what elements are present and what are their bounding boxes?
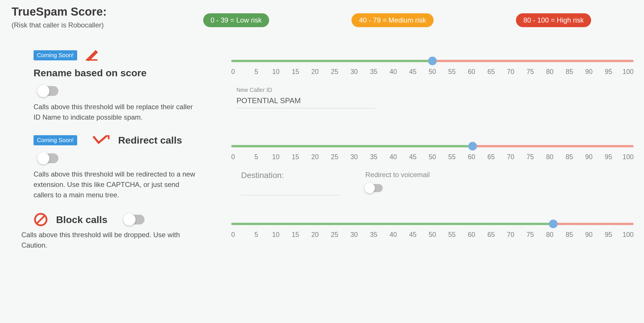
slider-tick: 5 [251, 231, 262, 239]
slider-tick: 40 [388, 153, 399, 161]
slider-tick: 100 [623, 231, 634, 239]
slider-tick: 80 [544, 153, 555, 161]
slider-tick: 0 [231, 153, 242, 161]
rename-title: Rename based on score [34, 67, 225, 79]
slider-tick: 70 [505, 68, 516, 76]
slider-tick: 50 [427, 68, 438, 76]
rename-slider[interactable]: 0510152025303540455055606570758085909510… [231, 60, 634, 76]
redirect-description: Calls above this threshold will be redir… [34, 169, 198, 200]
slider-tick: 25 [329, 68, 340, 76]
slider-tick: 90 [583, 153, 594, 161]
slider-tick: 90 [583, 231, 594, 239]
slider-tick: 90 [583, 68, 594, 76]
redirect-section: Coming Soon! Redirect calls Calls above … [12, 135, 632, 200]
slider-tick: 65 [486, 68, 497, 76]
slider-tick: 85 [564, 68, 575, 76]
slider-tick: 60 [466, 153, 477, 161]
slider-tick: 5 [251, 153, 262, 161]
redirect-coming-soon-badge: Coming Soon! [34, 135, 77, 145]
new-caller-id-label: New Caller ID [236, 87, 634, 93]
slider-tick: 20 [310, 68, 321, 76]
slider-tick: 15 [290, 153, 301, 161]
slider-tick: 10 [270, 153, 281, 161]
slider-tick: 35 [368, 153, 379, 161]
slider-tick: 60 [466, 231, 477, 239]
slider-tick: 70 [505, 153, 516, 161]
slider-tick: 5 [251, 68, 262, 76]
slider-tick: 80 [544, 231, 555, 239]
block-icon [34, 212, 48, 227]
block-description: Calls above this threshold will be dropp… [21, 230, 198, 250]
slider-tick: 55 [447, 231, 458, 239]
redirect-slider[interactable]: 0510152025303540455055606570758085909510… [231, 145, 634, 161]
slider-tick: 15 [290, 231, 301, 239]
slider-tick: 75 [525, 153, 536, 161]
risk-badge-low: 0 - 39 = Low risk [203, 13, 269, 27]
slider-tick: 95 [603, 153, 614, 161]
risk-badge-medium: 40 - 79 = Medium risk [351, 13, 433, 27]
slider-tick: 45 [407, 153, 418, 161]
slider-tick: 75 [525, 231, 536, 239]
slider-tick: 80 [544, 68, 555, 76]
redirect-destination-label: Destination: [241, 171, 339, 180]
slider-tick: 30 [349, 153, 360, 161]
rename-toggle[interactable] [38, 86, 58, 96]
redirect-vm-toggle[interactable] [365, 184, 383, 192]
slider-tick: 95 [603, 231, 614, 239]
risk-badge-group: 0 - 39 = Low risk 40 - 79 = Medium risk … [162, 5, 632, 27]
slider-tick: 30 [349, 68, 360, 76]
slider-tick: 55 [447, 68, 458, 76]
svg-rect-0 [86, 59, 97, 61]
slider-tick: 10 [270, 231, 281, 239]
slider-tick: 35 [368, 68, 379, 76]
block-title: Block calls [56, 214, 108, 225]
slider-tick: 45 [407, 68, 418, 76]
redirect-vm-label: Redirect to voicemail [365, 171, 430, 179]
redirect-toggle[interactable] [38, 153, 58, 163]
slider-tick: 40 [388, 231, 399, 239]
slider-tick: 10 [270, 68, 281, 76]
slider-tick: 70 [505, 231, 516, 239]
slider-tick: 40 [388, 68, 399, 76]
redirect-arrow-icon [92, 135, 110, 146]
new-caller-id-input[interactable] [236, 94, 375, 108]
rename-slider-ticks: 0510152025303540455055606570758085909510… [231, 68, 634, 76]
slider-tick: 85 [564, 153, 575, 161]
slider-tick: 85 [564, 231, 575, 239]
slider-tick: 100 [623, 153, 634, 161]
redirect-slider-thumb[interactable] [468, 142, 477, 151]
slider-tick: 55 [447, 153, 458, 161]
slider-tick: 35 [368, 231, 379, 239]
slider-tick: 50 [427, 153, 438, 161]
risk-badge-high: 80 - 100 = High risk [516, 13, 591, 27]
slider-tick: 50 [427, 231, 438, 239]
slider-tick: 25 [329, 153, 340, 161]
slider-tick: 65 [486, 153, 497, 161]
slider-tick: 75 [525, 68, 536, 76]
slider-tick: 30 [349, 231, 360, 239]
block-slider-thumb[interactable] [549, 220, 558, 228]
redirect-title: Redirect calls [118, 135, 182, 146]
redirect-slider-ticks: 0510152025303540455055606570758085909510… [231, 153, 634, 161]
svg-line-2 [37, 216, 45, 224]
edit-icon [85, 49, 100, 61]
rename-coming-soon-badge: Coming Soon! [34, 50, 77, 60]
rename-section: Coming Soon! Rename based on score Calls… [12, 49, 632, 122]
slider-tick: 100 [623, 68, 634, 76]
slider-tick: 0 [231, 231, 242, 239]
slider-tick: 25 [329, 231, 340, 239]
block-slider[interactable]: 0510152025303540455055606570758085909510… [231, 223, 634, 239]
slider-tick: 65 [486, 231, 497, 239]
slider-tick: 60 [466, 68, 477, 76]
slider-tick: 95 [603, 68, 614, 76]
slider-tick: 45 [407, 231, 418, 239]
rename-description: Calls above this threshold will be repla… [34, 102, 198, 122]
page-subtitle: (Risk that caller is Robocaller) [12, 21, 162, 29]
page-title: TrueSpam Score: [12, 5, 162, 18]
slider-tick: 20 [310, 231, 321, 239]
slider-tick: 15 [290, 68, 301, 76]
block-toggle[interactable] [124, 215, 145, 224]
rename-slider-thumb[interactable] [428, 57, 437, 65]
block-slider-ticks: 0510152025303540455055606570758085909510… [231, 231, 634, 239]
redirect-destination-input[interactable] [241, 183, 339, 195]
